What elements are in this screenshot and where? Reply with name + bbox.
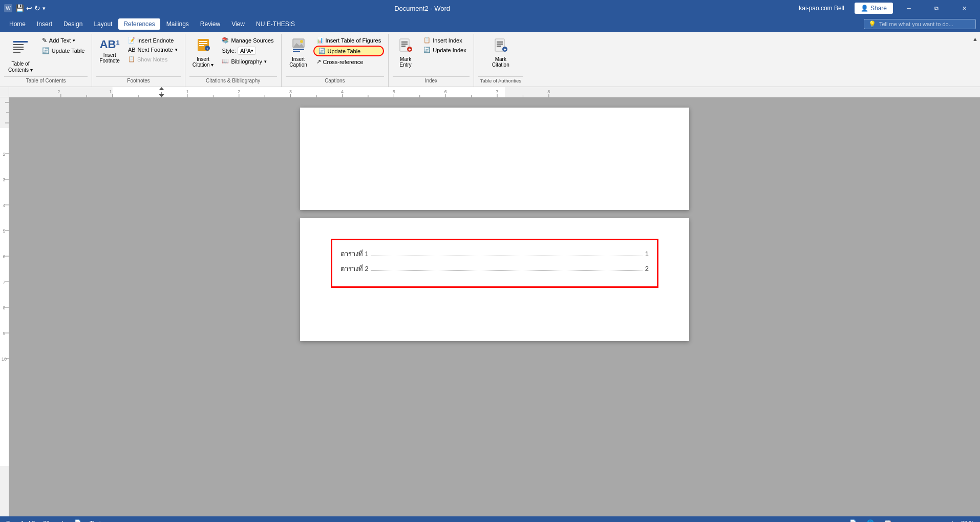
menu-layout[interactable]: Layout — [89, 18, 117, 30]
svg-text:1: 1 — [109, 89, 112, 94]
save-icon[interactable]: 💾 — [15, 4, 24, 12]
insert-footnote-icon: AB¹ — [100, 38, 120, 51]
mark-entry-button[interactable]: + MarkEntry — [393, 36, 418, 70]
cross-reference-button[interactable]: ↗ Cross-reference — [313, 57, 385, 66]
document-area[interactable]: ตารางที่ 1 1 ตารางที่ 2 2 — [9, 97, 980, 516]
svg-point-13 — [300, 40, 303, 43]
ruler-side-left — [0, 87, 9, 97]
insert-endnote-label: Insert Endnote — [137, 37, 174, 44]
restore-button[interactable]: ⧉ — [925, 0, 948, 16]
cross-reference-icon: ↗ — [316, 58, 321, 65]
share-button[interactable]: 👤 Share — [855, 3, 893, 14]
insert-citation-label: InsertCitation ▾ — [193, 56, 214, 68]
svg-rect-25 — [497, 46, 501, 47]
tof-row-2-label: ตารางที่ 2 — [340, 263, 369, 274]
citations-group-label: Citations & Bibliography — [189, 76, 277, 85]
svg-text:8: 8 — [547, 89, 550, 94]
style-selector[interactable]: Style: APA ▾ — [219, 46, 276, 56]
undo-icon[interactable]: ↩ — [26, 4, 32, 12]
print-layout-view-button[interactable]: 📄 — [847, 518, 859, 522]
svg-text:5: 5 — [393, 89, 395, 94]
update-index-button[interactable]: 🔄 Update Index — [420, 46, 469, 54]
search-icon: 💡 — [868, 20, 876, 28]
svg-rect-19 — [401, 46, 406, 47]
minimize-button[interactable]: ─ — [897, 0, 921, 16]
toc-label: Table ofContents ▾ — [8, 61, 33, 73]
insert-footnote-button[interactable]: AB¹ InsertFootnote — [96, 36, 122, 66]
update-index-label: Update Index — [433, 47, 466, 53]
mark-citation-icon: + — [494, 38, 508, 55]
toc-icon — [11, 38, 30, 60]
svg-text:2: 2 — [57, 89, 60, 94]
insert-table-figures-icon: 📊 — [316, 37, 324, 44]
search-input[interactable] — [879, 21, 971, 27]
menu-review[interactable]: Review — [195, 18, 225, 30]
close-button[interactable]: ✕ — [952, 0, 976, 16]
captions-group-label: Captions — [286, 76, 385, 85]
svg-rect-3 — [13, 49, 24, 50]
manage-sources-label: Manage Sources — [231, 37, 273, 44]
bibliography-dropdown-icon[interactable]: ▾ — [264, 59, 267, 64]
zoom-level: 80 % — [957, 520, 974, 523]
update-index-icon: 🔄 — [423, 47, 431, 53]
style-dropdown[interactable]: APA ▾ — [238, 47, 256, 55]
zoom-out-icon[interactable]: − — [900, 519, 904, 522]
table-of-contents-button[interactable]: Table ofContents ▾ — [4, 36, 37, 75]
svg-rect-1 — [13, 44, 24, 45]
show-notes-label: Show Notes — [137, 56, 167, 62]
tof-row-2-dots — [371, 270, 643, 271]
menu-home[interactable]: Home — [4, 18, 31, 30]
tof-row-1: ตารางที่ 1 1 — [340, 248, 649, 259]
insert-citation-button[interactable]: + InsertCitation ▾ — [189, 36, 217, 70]
update-table-captions-button[interactable]: 🔄 Update Table — [313, 46, 385, 56]
ribbon-group-captions: InsertCaption 📊 Insert Table of Figures … — [282, 34, 389, 87]
index-group-content: + MarkEntry 📋 Insert Index 🔄 Update Inde… — [393, 36, 469, 75]
bibliography-button[interactable]: 📖 Bibliography ▾ — [219, 57, 276, 66]
update-table-toc-icon: 🔄 — [42, 47, 50, 54]
redo-icon[interactable]: ↻ — [34, 4, 40, 12]
svg-text:6: 6 — [3, 254, 5, 259]
update-table-button[interactable]: 🔄 Update Table — [39, 46, 88, 55]
citations-group-content: + InsertCitation ▾ 📚 Manage Sources Styl… — [189, 36, 277, 75]
bibliography-label: Bibliography — [231, 58, 262, 65]
ribbon-group-footnotes: AB¹ InsertFootnote 📝 Insert Endnote AB N… — [92, 34, 185, 87]
mark-citation-button[interactable]: + MarkCitation — [488, 36, 514, 70]
add-text-dropdown-icon[interactable]: ▾ — [73, 38, 75, 43]
menu-references[interactable]: References — [118, 18, 160, 30]
update-table-toc-label: Update Table — [52, 48, 85, 54]
menu-nu-ethesis[interactable]: NU E-THESIS — [251, 18, 300, 30]
svg-text:4: 4 — [3, 203, 5, 208]
manage-sources-button[interactable]: 📚 Manage Sources — [219, 36, 276, 45]
zoom-in-icon[interactable]: + — [950, 519, 954, 522]
menu-mailings[interactable]: Mailings — [161, 18, 194, 30]
insert-table-figures-button[interactable]: 📊 Insert Table of Figures — [313, 36, 385, 45]
menu-view[interactable]: View — [226, 18, 250, 30]
menu-insert[interactable]: Insert — [32, 18, 57, 30]
search-box[interactable]: 💡 — [864, 19, 976, 29]
svg-rect-0 — [13, 41, 28, 43]
status-right: 📄 🌐 📖 − + 80 % — [847, 518, 974, 522]
insert-footnote-label: InsertFootnote — [99, 52, 119, 64]
footnotes-group-label: Footnotes — [96, 76, 180, 85]
add-text-button[interactable]: ✎ Add Text ▾ — [39, 36, 88, 45]
style-value: APA — [240, 48, 251, 54]
next-footnote-label: Next Footnote — [138, 47, 173, 53]
show-notes-button[interactable]: 📋 Show Notes — [125, 55, 181, 64]
insert-index-button[interactable]: 📋 Insert Index — [420, 36, 469, 45]
authorities-group-label: Table of Authorities — [478, 76, 523, 85]
insert-caption-button[interactable]: InsertCaption — [286, 36, 311, 70]
menu-design[interactable]: Design — [58, 18, 88, 30]
svg-rect-4 — [13, 52, 20, 53]
read-mode-button[interactable]: 📖 — [882, 518, 893, 522]
next-footnote-button[interactable]: AB Next Footnote ▾ — [125, 46, 181, 54]
insert-table-figures-label: Insert Table of Figures — [326, 37, 381, 44]
web-layout-view-button[interactable]: 🌐 — [865, 518, 876, 522]
svg-rect-15 — [293, 51, 300, 52]
next-footnote-dropdown-icon[interactable]: ▾ — [175, 47, 178, 52]
style-text: Style: — [222, 48, 236, 54]
proofing-icon[interactable]: 📄 — [74, 519, 81, 522]
insert-endnote-button[interactable]: 📝 Insert Endnote — [125, 36, 181, 45]
svg-rect-8 — [199, 45, 204, 46]
collapse-ribbon-icon[interactable]: ▲ — [972, 36, 978, 42]
index-col: 📋 Insert Index 🔄 Update Index — [420, 36, 469, 54]
